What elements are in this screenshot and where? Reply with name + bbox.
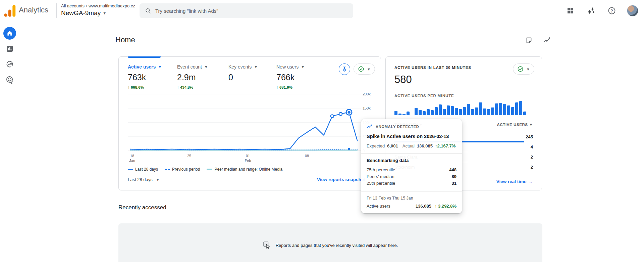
minute-bar — [431, 110, 434, 115]
compare-period: Fri 13 Feb vs Thu 15 Jan — [367, 196, 457, 201]
apps-grid-icon[interactable] — [564, 4, 577, 17]
minute-bar — [407, 112, 410, 115]
benchmark-row: 75th percentile448 — [367, 166, 457, 173]
divider — [361, 191, 462, 191]
minute-bar — [507, 105, 510, 115]
breadcrumb-account[interactable]: All accounts — [61, 3, 85, 8]
minute-bar — [415, 108, 418, 115]
benchmark-row: Peers' median89 — [367, 173, 457, 180]
minute-bar — [439, 104, 442, 115]
minute-bar — [447, 105, 450, 115]
avatar[interactable] — [626, 4, 639, 17]
chart-legend: Last 28 days Previous period Peer median… — [128, 167, 282, 172]
y-axis-tick: 150k — [363, 106, 371, 110]
minute-bar — [491, 107, 494, 115]
chevron-down-icon: ▼ — [103, 11, 106, 15]
x-axis-tick: 25 — [187, 154, 191, 158]
chevron-down-icon: ▼ — [156, 178, 160, 182]
column-active-users[interactable]: ACTIVE USERS ▼ — [497, 123, 533, 127]
page-title: Home — [115, 36, 135, 44]
minute-bar — [475, 107, 478, 115]
y-axis-tick: 200k — [363, 92, 371, 96]
minute-bar — [487, 109, 490, 115]
arrow-right-icon: → — [529, 179, 533, 184]
minute-bar — [398, 114, 401, 115]
minute-bar — [471, 109, 474, 115]
city-value: 245 — [526, 134, 533, 139]
x-axis-tick: 01Feb — [245, 154, 251, 163]
minute-bar — [523, 112, 526, 115]
minute-bar — [459, 109, 462, 115]
date-range-selector[interactable]: Last 28 days ▼ — [128, 177, 160, 182]
benchmark-title: Benchmarking data — [367, 158, 457, 163]
city-value: 4 — [531, 144, 533, 149]
left-nav — [0, 21, 19, 262]
active-users-30min-value: 580 — [394, 74, 412, 86]
minute-bar — [411, 115, 414, 115]
minute-bar — [427, 109, 430, 115]
minute-bar — [451, 106, 454, 115]
sidebar-item-explore[interactable] — [0, 56, 19, 72]
minute-bar — [394, 111, 397, 115]
property-name: NewGA-9may — [61, 9, 101, 17]
anomaly-icon — [367, 124, 373, 130]
anomaly-title: Spike in Active users on 2026-02-13 — [367, 134, 457, 139]
chevron-icon: › — [86, 4, 87, 8]
sidebar-item-advertising[interactable] — [0, 72, 19, 87]
realtime-title[interactable]: ACTIVE USERS IN LAST 30 MINUTES — [394, 66, 471, 71]
property-selector[interactable]: NewGA-9may ▼ — [61, 9, 106, 17]
sidebar-item-reports[interactable] — [0, 41, 19, 56]
insights-icon[interactable] — [540, 34, 554, 47]
active-users-per-minute-chart[interactable] — [394, 100, 533, 115]
minute-bar — [423, 111, 426, 115]
help-icon[interactable]: ? — [605, 4, 619, 17]
legend-label: Previous period — [172, 167, 200, 172]
empty-state-text: Reports and pages that you've recently v… — [276, 243, 398, 248]
minute-bar — [503, 104, 506, 115]
x-axis-tick: 18Jan — [129, 154, 135, 163]
minute-bar — [455, 108, 458, 115]
legend-swatch-dashed — [165, 169, 170, 170]
advertising-target-icon — [6, 76, 14, 84]
legend-label: Last 28 days — [135, 167, 158, 172]
sidebar-item-home[interactable] — [0, 26, 19, 41]
compare-row: Active users 136,085 ↑ 3,292.8% — [367, 204, 457, 209]
reports-snapshot-note-icon[interactable] — [522, 34, 536, 47]
legend-swatch-solid — [128, 169, 133, 170]
benchmark-row: 25th percentile31 — [367, 180, 457, 186]
minute-bar — [402, 114, 406, 115]
minute-bar — [519, 101, 522, 115]
anomaly-stats: Expected6,001 Actual136,085 ↑2,167.7% — [367, 143, 457, 148]
divider — [361, 153, 462, 154]
recently-accessed-title: Recently accessed — [118, 204, 166, 211]
breadcrumb[interactable]: All accounts›www.multimediaexpo.cz — [61, 3, 135, 8]
breadcrumb-site[interactable]: www.multimediaexpo.cz — [89, 3, 135, 8]
explore-icon — [6, 60, 14, 68]
recently-accessed-empty-state: Reports and pages that you've recently v… — [118, 223, 542, 262]
city-value: 2 — [531, 165, 533, 170]
search-bar[interactable] — [140, 3, 353, 18]
view-real-time-link[interactable]: View real time→ — [496, 179, 533, 184]
svg-text:?: ? — [610, 9, 613, 13]
data-quality-button[interactable]: ▼ — [513, 63, 534, 75]
search-input[interactable] — [155, 8, 348, 14]
product-name: Analytics — [19, 6, 48, 14]
city-value: 2 — [531, 155, 533, 160]
chevron-down-icon: ▼ — [529, 123, 533, 127]
gemini-sparkle-icon[interactable] — [584, 4, 598, 17]
legend-label: Peer median and range: Online Media — [214, 167, 282, 172]
home-overview-card: Active users▼ 763k ↑ 668.6% Event count▼… — [118, 56, 381, 190]
home-icon — [3, 27, 16, 40]
analytics-logo-icon[interactable] — [3, 4, 16, 17]
check-circle-icon — [517, 66, 524, 72]
cursor-click-icon — [263, 241, 271, 250]
date-range-label: Last 28 days — [128, 177, 153, 182]
anomaly-tooltip: ANOMALY DETECTED Spike in Active users o… — [361, 119, 462, 213]
top-bar: Analytics All accounts›www.multimediaexp… — [0, 0, 644, 21]
chevron-down-icon: ▼ — [526, 67, 530, 71]
minute-bar — [463, 107, 466, 115]
minute-bar — [467, 104, 470, 115]
minute-bar — [499, 103, 502, 115]
minute-bar — [435, 107, 438, 115]
minute-bar — [443, 109, 446, 115]
